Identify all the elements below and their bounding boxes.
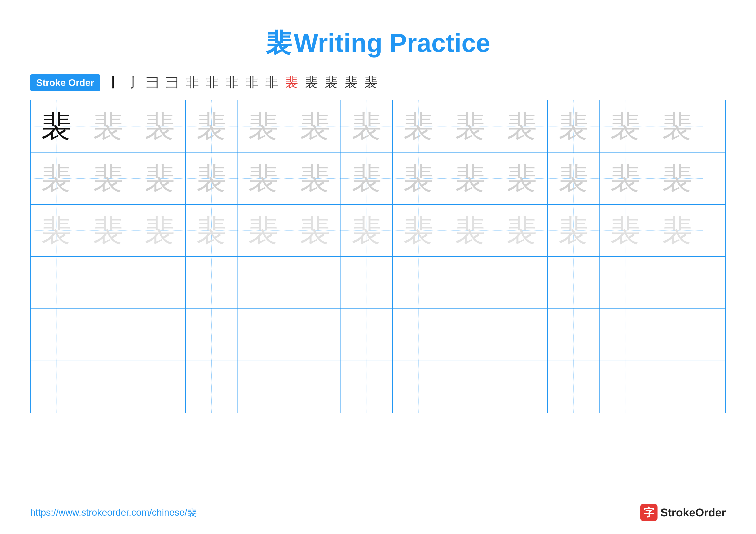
stroke-13: 裴 [345,74,358,91]
stroke-9: 非 [265,74,278,91]
cell-4-4 [186,257,237,309]
char-1-12: 裴 [610,111,640,141]
cell-3-13: 裴 [651,205,703,256]
cell-4-12 [600,257,651,309]
cell-2-4: 裴 [186,153,237,204]
char-3-12: 裴 [610,216,640,245]
grid-row-3: 裴 裴 裴 裴 裴 裴 裴 裴 裴 裴 裴 裴 裴 [31,205,725,257]
cell-4-1 [31,257,82,309]
cell-2-11: 裴 [548,153,600,204]
cell-5-1 [31,309,82,361]
cell-1-9: 裴 [445,100,496,152]
cell-2-1: 裴 [31,153,82,204]
cell-1-6: 裴 [289,100,341,152]
char-3-3: 裴 [145,216,175,245]
cell-4-13 [651,257,703,309]
stroke-6: 非 [206,74,219,91]
char-2-6: 裴 [300,163,330,193]
stroke-10: 裴 [285,74,298,91]
char-3-11: 裴 [558,216,588,245]
cell-5-10 [496,309,548,361]
stroke-2: 亅 [126,74,139,91]
cell-1-2: 裴 [82,100,134,152]
cell-5-5 [237,309,289,361]
cell-6-6 [289,361,341,413]
title-text: Writing Practice [294,28,490,57]
char-3-2: 裴 [93,216,123,245]
char-1-1: 裴 [41,111,71,141]
logo-text: StrokeOrder [661,506,726,519]
cell-6-12 [600,361,651,413]
cell-1-8: 裴 [393,100,445,152]
char-1-7: 裴 [351,111,382,141]
char-3-7: 裴 [351,216,382,245]
cell-3-11: 裴 [548,205,600,256]
page-title: 裴Writing Practice [0,0,756,61]
char-3-1: 裴 [41,216,71,245]
cell-1-7: 裴 [341,100,393,152]
stroke-order-chars: 丨 亅 彐 彐 非 非 非 非 非 裴 裴 裴 裴 裴 [107,74,377,91]
char-2-4: 裴 [196,163,227,193]
cell-5-12 [600,309,651,361]
char-2-3: 裴 [145,163,175,193]
stroke-14: 裴 [364,74,377,91]
cell-1-3: 裴 [134,100,186,152]
char-1-9: 裴 [455,111,485,141]
grid-row-2: 裴 裴 裴 裴 裴 裴 裴 裴 裴 裴 裴 裴 裴 [31,153,725,205]
cell-2-9: 裴 [445,153,496,204]
char-3-8: 裴 [403,216,433,245]
stroke-order-badge: Stroke Order [30,74,100,91]
cell-3-2: 裴 [82,205,134,256]
stroke-11: 裴 [305,74,318,91]
cell-4-8 [393,257,445,309]
cell-5-7 [341,309,393,361]
cell-1-13: 裴 [651,100,703,152]
cell-6-3 [134,361,186,413]
cell-5-13 [651,309,703,361]
footer: https://www.strokeorder.com/chinese/裴 字 … [30,504,726,521]
char-3-9: 裴 [455,216,485,245]
cell-6-8 [393,361,445,413]
cell-3-10: 裴 [496,205,548,256]
cell-3-12: 裴 [600,205,651,256]
cell-6-10 [496,361,548,413]
char-2-10: 裴 [507,163,537,193]
cell-6-5 [237,361,289,413]
cell-3-3: 裴 [134,205,186,256]
stroke-5: 非 [186,74,199,91]
char-3-10: 裴 [507,216,537,245]
cell-1-10: 裴 [496,100,548,152]
cell-5-4 [186,309,237,361]
cell-2-3: 裴 [134,153,186,204]
cell-2-13: 裴 [651,153,703,204]
char-2-1: 裴 [41,163,71,193]
char-1-13: 裴 [662,111,692,141]
stroke-7: 非 [226,74,239,91]
char-2-9: 裴 [455,163,485,193]
cell-1-4: 裴 [186,100,237,152]
cell-3-4: 裴 [186,205,237,256]
char-1-6: 裴 [300,111,330,141]
cell-4-3 [134,257,186,309]
char-1-11: 裴 [558,111,588,141]
cell-6-7 [341,361,393,413]
stroke-1: 丨 [107,74,120,91]
char-1-8: 裴 [403,111,433,141]
cell-5-2 [82,309,134,361]
cell-4-11 [548,257,600,309]
cell-6-2 [82,361,134,413]
stroke-order-row: Stroke Order 丨 亅 彐 彐 非 非 非 非 非 裴 裴 裴 裴 裴 [0,74,756,91]
char-3-4: 裴 [196,216,227,245]
cell-5-3 [134,309,186,361]
title-char: 裴 [266,28,292,57]
char-3-5: 裴 [248,216,278,245]
cell-3-5: 裴 [237,205,289,256]
cell-3-1: 裴 [31,205,82,256]
cell-4-10 [496,257,548,309]
logo-icon: 字 [640,504,658,521]
stroke-4: 彐 [166,74,179,91]
cell-3-8: 裴 [393,205,445,256]
cell-2-6: 裴 [289,153,341,204]
cell-6-9 [445,361,496,413]
cell-4-5 [237,257,289,309]
